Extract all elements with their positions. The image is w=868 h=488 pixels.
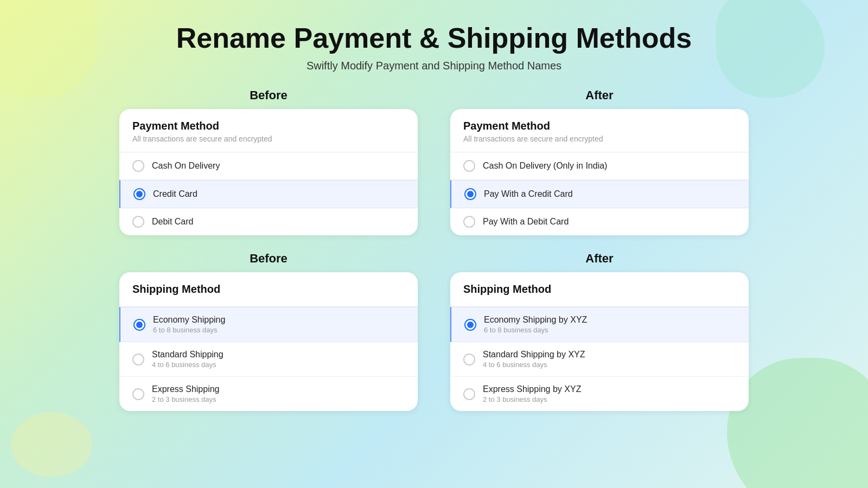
before-shipping-card: Shipping Method Economy Shipping 6 to 8 … (119, 272, 418, 411)
before-shipping-sublabel-1: 6 to 8 business days (153, 326, 225, 334)
after-payment-label-1: Cash On Delivery (Only in India) (483, 161, 607, 171)
after-shipping-option-1[interactable]: Economy Shipping by XYZ 6 to 8 business … (450, 307, 749, 342)
after-payment-label-3: Pay With a Debit Card (483, 217, 569, 227)
after-shipping-card: Shipping Method Economy Shipping by XYZ … (450, 272, 749, 411)
before-shipping-header: Shipping Method (119, 272, 418, 307)
before-payment-label: Before (119, 88, 418, 102)
page-title: Rename Payment & Shipping Methods (176, 22, 692, 54)
before-shipping-label: Before (119, 252, 418, 266)
after-shipping-section: After Shipping Method Economy Shipping b… (450, 252, 749, 411)
before-payment-label-1: Cash On Delivery (152, 161, 220, 171)
before-payment-title: Payment Method (132, 120, 405, 132)
after-payment-header: Payment Method All transactions are secu… (450, 109, 749, 152)
before-payment-header: Payment Method All transactions are secu… (119, 109, 418, 152)
before-payment-label-3: Debit Card (152, 217, 193, 227)
after-shipping-label-1: Economy Shipping by XYZ (484, 315, 587, 325)
after-payment-option-3[interactable]: Pay With a Debit Card (450, 208, 749, 235)
after-payment-title: Payment Method (463, 120, 736, 132)
after-shipping-header: Shipping Method (450, 272, 749, 307)
before-shipping-option-3[interactable]: Express Shipping 2 to 3 business days (119, 377, 418, 411)
before-shipping-label-2: Standard Shipping (152, 350, 224, 359)
after-payment-label-2: Pay With a Credit Card (484, 189, 573, 199)
before-payment-subtitle: All transactions are secure and encrypte… (132, 134, 405, 143)
before-payment-card: Payment Method All transactions are secu… (119, 109, 418, 235)
before-payment-section: Before Payment Method All transactions a… (119, 88, 418, 235)
radio-after-shipping-2[interactable] (463, 354, 475, 365)
radio-after-payment-2[interactable] (464, 188, 476, 200)
radio-after-payment-3[interactable] (463, 216, 475, 228)
after-shipping-label-2: Standard Shipping by XYZ (483, 350, 585, 359)
after-payment-section: After Payment Method All transactions ar… (450, 88, 749, 235)
radio-before-payment-2[interactable] (133, 188, 145, 200)
before-shipping-sublabel-3: 2 to 3 business days (152, 395, 220, 403)
decorative-blob-bl (11, 412, 92, 477)
after-payment-option-2[interactable]: Pay With a Credit Card (450, 180, 749, 208)
after-payment-subtitle: All transactions are secure and encrypte… (463, 134, 736, 143)
before-payment-option-1[interactable]: Cash On Delivery (119, 152, 418, 180)
before-payment-option-3[interactable]: Debit Card (119, 208, 418, 235)
after-shipping-label: After (450, 252, 749, 266)
after-shipping-option-3[interactable]: Express Shipping by XYZ 2 to 3 business … (450, 377, 749, 411)
radio-after-payment-1[interactable] (463, 160, 475, 172)
radio-before-shipping-2[interactable] (132, 354, 144, 365)
after-payment-card: Payment Method All transactions are secu… (450, 109, 749, 235)
after-shipping-option-2[interactable]: Standard Shipping by XYZ 4 to 6 business… (450, 342, 749, 377)
before-shipping-option-1[interactable]: Economy Shipping 6 to 8 business days (119, 307, 418, 342)
radio-before-payment-1[interactable] (132, 160, 144, 172)
radio-after-shipping-1[interactable] (464, 319, 476, 331)
before-shipping-label-3: Express Shipping (152, 384, 220, 394)
radio-before-shipping-1[interactable] (133, 319, 145, 331)
page-container: Rename Payment & Shipping Methods Swiftl… (0, 0, 868, 422)
radio-before-payment-3[interactable] (132, 216, 144, 228)
radio-before-shipping-3[interactable] (132, 388, 144, 400)
after-shipping-sublabel-2: 4 to 6 business days (483, 361, 585, 369)
before-shipping-label-1: Economy Shipping (153, 315, 225, 325)
before-shipping-title: Shipping Method (132, 283, 405, 296)
radio-after-shipping-3[interactable] (463, 388, 475, 400)
comparison-grid: Before Payment Method All transactions a… (119, 88, 749, 411)
after-payment-option-1[interactable]: Cash On Delivery (Only in India) (450, 152, 749, 180)
after-shipping-sublabel-3: 2 to 3 business days (483, 395, 581, 403)
after-payment-label: After (450, 88, 749, 102)
before-payment-label-2: Credit Card (153, 189, 197, 199)
page-subtitle: Swiftly Modify Payment and Shipping Meth… (307, 60, 561, 72)
before-shipping-section: Before Shipping Method Economy Shipping … (119, 252, 418, 411)
before-payment-option-2[interactable]: Credit Card (119, 180, 418, 208)
before-shipping-option-2[interactable]: Standard Shipping 4 to 6 business days (119, 342, 418, 377)
before-shipping-sublabel-2: 4 to 6 business days (152, 361, 224, 369)
after-shipping-sublabel-1: 6 to 8 business days (484, 326, 587, 334)
after-shipping-title: Shipping Method (463, 283, 736, 296)
after-shipping-label-3: Express Shipping by XYZ (483, 384, 581, 394)
